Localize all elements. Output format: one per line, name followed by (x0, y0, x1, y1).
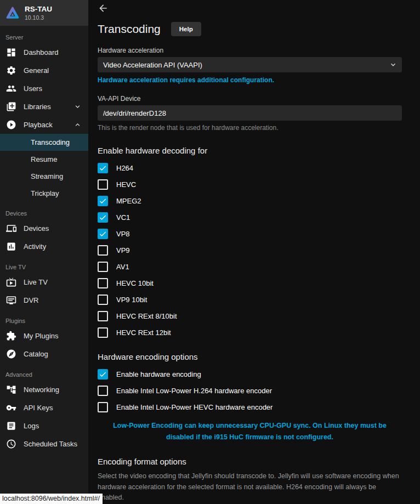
sidebar-item-networking[interactable]: Networking (0, 381, 88, 399)
checkbox[interactable] (98, 295, 108, 305)
sidebar-item-dvr[interactable]: DVR (0, 291, 88, 309)
sidebar-item-label: My Plugins (24, 332, 59, 340)
sidebar-item-label: Devices (24, 224, 49, 233)
checkbox[interactable] (98, 196, 108, 206)
checkbox[interactable] (98, 212, 108, 223)
checkbox[interactable] (98, 179, 108, 190)
sidebar-item-general[interactable]: General (0, 61, 88, 80)
hardware-acceleration-config-link[interactable]: Hardware acceleration requires additiona… (98, 76, 274, 84)
users-icon (5, 83, 17, 94)
checkbox-row-vp8[interactable]: VP8 (98, 228, 402, 239)
sidebar-item-playback[interactable]: Playback (0, 116, 88, 134)
server-name: RS-TAU (25, 5, 52, 14)
dvr-icon (5, 295, 17, 306)
checkbox[interactable] (98, 163, 108, 173)
sidebar-item-api-keys[interactable]: API Keys (0, 399, 88, 417)
checkbox-label: HEVC RExt 12bit (116, 329, 171, 337)
sidebar-item-devices[interactable]: Devices (0, 219, 88, 237)
checkbox[interactable] (98, 278, 108, 288)
sidebar-section-devices: Devices (0, 210, 88, 217)
sidebar-item-my-plugins[interactable]: My Plugins (0, 327, 88, 345)
checkbox[interactable] (98, 229, 108, 239)
page-title: Transcoding (98, 22, 161, 36)
checkbox-row-hevc-10bit[interactable]: HEVC 10bit (98, 278, 402, 288)
sidebar-item-label: DVR (24, 296, 38, 304)
checkbox-row-vp9-10bit[interactable]: VP9 10bit (98, 294, 402, 305)
chevron-down-icon (73, 103, 82, 111)
checkbox-label: VP9 (116, 246, 130, 254)
sidebar-subitem-transcoding[interactable]: Transcoding (0, 134, 88, 151)
checkbox-row-intel-lp-hevc[interactable]: Enable Intel Low-Power HEVC hardware enc… (98, 401, 402, 412)
clock-icon (5, 438, 17, 450)
jellyfin-logo-icon (5, 6, 20, 20)
checkbox[interactable] (98, 327, 108, 338)
network-tree-icon (5, 384, 17, 395)
checkbox-label: Enable Intel Low-Power H.264 hardware en… (116, 387, 272, 395)
sidebar-item-activity[interactable]: Activity (0, 237, 88, 256)
checkbox[interactable] (98, 262, 108, 272)
sidebar-item-dashboard[interactable]: Dashboard (0, 43, 88, 61)
sidebar-subitem-resume[interactable]: Resume (0, 151, 88, 168)
checkbox-label: H264 (116, 164, 133, 172)
help-button[interactable]: Help (171, 22, 201, 36)
hardware-acceleration-label: Hardware acceleration (98, 47, 402, 54)
checkbox-label: AV1 (116, 263, 129, 271)
dashboard-icon (5, 47, 17, 58)
checkbox-label: HEVC 10bit (116, 279, 154, 287)
browser-status-bar: localhost:8096/web/index.html#/ (0, 494, 103, 504)
key-icon (5, 402, 17, 414)
checkbox-row-intel-lp-h264[interactable]: Enable Intel Low-Power H.264 hardware en… (98, 385, 402, 396)
server-version: 10.10.3 (25, 14, 52, 21)
sidebar-item-label: API Keys (24, 404, 53, 412)
checkbox[interactable] (98, 245, 108, 256)
sidebar-item-label: Scheduled Tasks (24, 440, 77, 448)
sidebar-item-label: Networking (24, 386, 59, 394)
format-options-heading: Encoding format options (98, 457, 402, 466)
sidebar-subitem-streaming[interactable]: Streaming (0, 168, 88, 185)
checkbox[interactable] (98, 369, 108, 380)
checkbox-row-hevc-rext-810bit[interactable]: HEVC RExt 8/10bit (98, 310, 402, 321)
checkbox-row-hevc[interactable]: HEVC (98, 179, 402, 190)
main-content: Transcoding Help Hardware acceleration V… (88, 0, 420, 504)
checkbox[interactable] (98, 386, 108, 396)
back-arrow-icon[interactable] (98, 3, 109, 14)
document-lines-icon (5, 420, 17, 432)
sidebar-item-label: Catalog (24, 350, 48, 358)
checkbox-row-mpeg2[interactable]: MPEG2 (98, 195, 402, 206)
checkbox-label: Enable Intel Low-Power HEVC hardware enc… (116, 403, 273, 411)
checkbox-row-enable-hw-encoding[interactable]: Enable hardware encoding (98, 369, 402, 380)
select-value: Video Acceleration API (VAAPI) (103, 61, 202, 69)
checkbox-label: Enable hardware encoding (116, 370, 201, 378)
checkbox-row-av1[interactable]: AV1 (98, 261, 402, 272)
checkbox-row-vp9[interactable]: VP9 (98, 245, 402, 256)
hardware-acceleration-select[interactable]: Video Acceleration API (VAAPI) (98, 57, 402, 72)
globe-compass-icon (5, 348, 17, 360)
low-power-encoding-note: Low-Power Encoding can keep unnecessary … (103, 420, 396, 443)
sidebar-item-logs[interactable]: Logs (0, 417, 88, 435)
checkbox-row-h264[interactable]: H264 (98, 162, 402, 173)
sidebar-section-advanced: Advanced (0, 371, 88, 378)
sidebar-item-libraries[interactable]: Libraries (0, 98, 88, 116)
toolbar (98, 0, 402, 13)
vaapi-device-input[interactable] (98, 105, 402, 121)
sidebar-item-scheduled-tasks[interactable]: Scheduled Tasks (0, 435, 88, 453)
sidebar-item-label: Users (24, 84, 42, 93)
sidebar-item-catalog[interactable]: Catalog (0, 345, 88, 363)
activity-chart-icon (5, 241, 17, 252)
sidebar-item-users[interactable]: Users (0, 80, 88, 98)
page-header: Transcoding Help (98, 22, 402, 36)
chevron-up-icon (73, 121, 82, 129)
checkbox-label: HEVC RExt 8/10bit (116, 312, 177, 320)
gear-icon (5, 65, 17, 76)
checkbox-row-vc1[interactable]: VC1 (98, 212, 402, 223)
checkbox-row-hevc-rext-12bit[interactable]: HEVC RExt 12bit (98, 327, 402, 338)
library-add-icon (5, 101, 17, 112)
server-header[interactable]: RS-TAU 10.10.3 (0, 0, 88, 26)
server-meta: RS-TAU 10.10.3 (25, 5, 52, 21)
checkbox[interactable] (98, 402, 108, 412)
sidebar-section-livetv: Live TV (0, 264, 88, 270)
checkbox[interactable] (98, 311, 108, 321)
sidebar-subitem-trickplay[interactable]: Trickplay (0, 185, 88, 202)
sidebar-section-plugins: Plugins (0, 318, 88, 324)
sidebar-item-livetv[interactable]: Live TV (0, 273, 88, 291)
